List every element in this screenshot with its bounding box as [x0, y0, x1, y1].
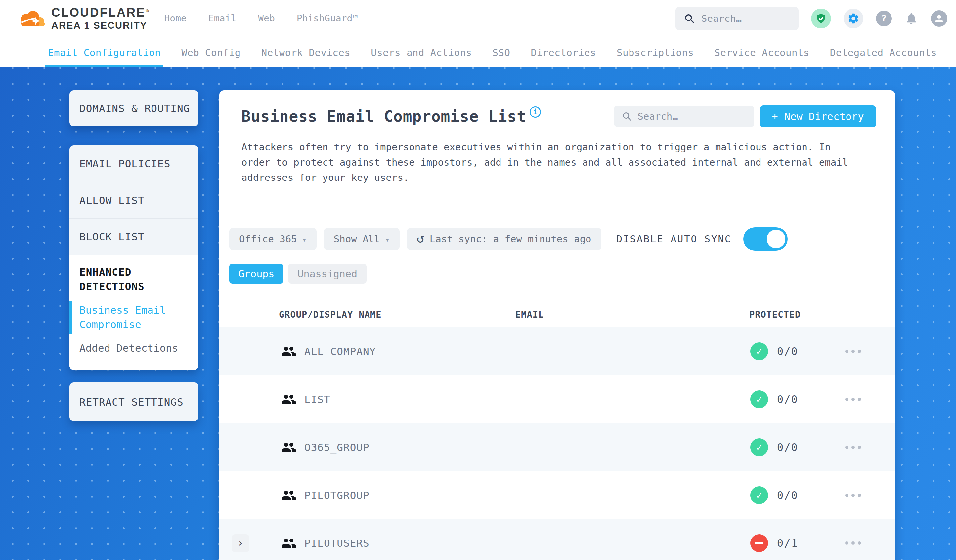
row-actions-button[interactable]	[845, 494, 861, 497]
info-icon[interactable]: i	[530, 107, 541, 118]
sidebar-item-business-email-compromise[interactable]: Business Email Compromise	[79, 303, 189, 332]
tab-email-configuration[interactable]: Email Configuration	[48, 38, 161, 67]
nav-home[interactable]: Home	[164, 13, 186, 24]
show-filter-select[interactable]: Show All ▾	[324, 228, 399, 250]
directory-select-value: Office 365	[239, 234, 297, 245]
top-nav: Home Email Web PhishGuard™	[164, 13, 358, 24]
account-button[interactable]	[931, 10, 947, 27]
logo-text: CLOUDFLARE® AREA 1 SECURITY	[51, 6, 149, 30]
sidebar-item-added-detections[interactable]: Added Detections	[79, 341, 189, 355]
search-placeholder: Search…	[638, 111, 678, 122]
tab-users-and-actions[interactable]: Users and Actions	[371, 38, 472, 67]
chevron-down-icon: ▾	[302, 236, 307, 244]
tab-service-accounts[interactable]: Service Accounts	[714, 38, 810, 67]
sidebar-item-label: BLOCK LIST	[79, 231, 145, 243]
group-name: O365_GROUP	[304, 441, 370, 453]
tab-web-config[interactable]: Web Config	[181, 38, 241, 67]
global-search-input[interactable]: Search…	[676, 7, 799, 30]
sidebar-item-block-list[interactable]: BLOCK LIST	[69, 218, 198, 254]
column-header-email: EMAIL	[516, 309, 544, 320]
notifications-button[interactable]	[904, 12, 918, 25]
help-button[interactable]: ?	[876, 11, 892, 27]
view-tab-unassigned[interactable]: Unassigned	[288, 264, 366, 284]
auto-sync-label: DISABLE AUTO SYNC	[616, 234, 732, 245]
app-header: CLOUDFLARE® AREA 1 SECURITY Home Email W…	[0, 0, 956, 38]
last-sync-text: Last sync: a few minutes ago	[430, 234, 591, 245]
auto-sync-toggle[interactable]	[743, 227, 788, 251]
directory-select[interactable]: Office 365 ▾	[229, 228, 316, 250]
table-row[interactable]: › PILOTGROUP ✓ 0/0	[219, 471, 895, 519]
content-area: DOMAINS & ROUTING EMAIL POLICIES ALLOW L…	[0, 67, 956, 560]
group-name: LIST	[304, 394, 330, 405]
people-icon	[281, 345, 297, 358]
protected-status-badge: ✓	[750, 438, 768, 456]
list-search-input[interactable]: Search…	[614, 106, 754, 127]
table-row[interactable]: › ALL COMPANY ✓ 0/0	[219, 327, 895, 375]
protected-status-badge: ✓	[750, 486, 768, 504]
sidebar-item-label: RETRACT SETTINGS	[79, 396, 184, 408]
enhanced-detections-title[interactable]: ENHANCED DETECTIONS	[79, 265, 189, 294]
protected-count: 0/1	[777, 537, 798, 549]
group-name: ALL COMPANY	[304, 345, 376, 358]
tab-delegated-accounts[interactable]: Delegated Accounts	[830, 38, 937, 67]
tab-sso[interactable]: SSO	[492, 38, 510, 67]
settings-button[interactable]	[844, 9, 863, 28]
nav-phishguard[interactable]: PhishGuard™	[297, 13, 358, 24]
view-tabs: Groups Unassigned	[229, 264, 895, 284]
tab-subscriptions[interactable]: Subscriptions	[616, 38, 694, 67]
chevron-down-icon: ▾	[385, 236, 390, 244]
protected-count: 0/0	[777, 489, 798, 502]
panel-header: Business Email Compromise List i Search……	[219, 90, 895, 127]
sidebar-section-enhanced-detections: ENHANCED DETECTIONS Business Email Compr…	[69, 254, 198, 370]
row-actions-button[interactable]	[845, 350, 861, 353]
cloudflare-logo[interactable]: CLOUDFLARE® AREA 1 SECURITY	[18, 6, 149, 30]
table-body: › ALL COMPANY ✓ 0/0 › LIST ✓ 0/0 › O365_…	[219, 327, 895, 560]
refresh-icon: ↺	[417, 231, 425, 246]
column-header-protected: PROTECTED	[749, 309, 800, 320]
table-row[interactable]: › LIST ✓ 0/0	[219, 375, 895, 423]
security-status-button[interactable]	[811, 9, 831, 28]
table-row[interactable]: › O365_GROUP ✓ 0/0	[219, 423, 895, 471]
new-directory-button[interactable]: + New Directory	[760, 105, 876, 127]
protected-count: 0/0	[777, 441, 798, 453]
tab-directories[interactable]: Directories	[531, 38, 596, 67]
brand-trademark: ®	[146, 8, 150, 13]
gear-icon	[847, 12, 860, 25]
row-expand-button[interactable]: ›	[231, 534, 249, 552]
sidebar-item-domains-routing[interactable]: DOMAINS & ROUTING	[69, 90, 198, 126]
sidebar-item-email-policies[interactable]: EMAIL POLICIES	[69, 146, 198, 182]
protected-status-badge	[750, 534, 768, 552]
row-actions-button[interactable]	[845, 398, 861, 401]
people-icon	[281, 392, 297, 406]
table-header: GROUP/DISPLAY NAME EMAIL PROTECTED	[219, 303, 895, 327]
cloudflare-cloud-icon	[18, 9, 47, 28]
group-name: PILOTGROUP	[304, 489, 370, 501]
row-actions-button[interactable]	[845, 541, 861, 545]
main-panel: Business Email Compromise List i Search……	[219, 90, 895, 560]
toggle-knob	[767, 230, 785, 248]
row-actions-button[interactable]	[845, 445, 861, 449]
brand-subtitle: AREA 1 SECURITY	[51, 20, 149, 30]
protected-status-badge: ✓	[750, 391, 768, 408]
people-icon	[281, 536, 297, 550]
search-placeholder: Search…	[701, 13, 742, 24]
table-row[interactable]: › PILOTUSERS 0/1	[219, 519, 895, 560]
view-tab-groups[interactable]: Groups	[229, 264, 283, 284]
search-icon	[684, 13, 695, 24]
protected-status-badge: ✓	[750, 342, 768, 360]
column-header-group-display-name: GROUP/DISPLAY NAME	[279, 309, 382, 320]
divider	[229, 204, 876, 204]
sidebar-item-label: DOMAINS & ROUTING	[79, 102, 190, 115]
section-tabbar: Email Configuration Web Config Network D…	[0, 38, 956, 67]
nav-email[interactable]: Email	[208, 13, 236, 24]
show-filter-value: Show All	[334, 234, 380, 245]
sidebar-item-label: ALLOW LIST	[79, 195, 145, 206]
sidebar-item-allow-list[interactable]: ALLOW LIST	[69, 182, 198, 218]
last-sync-status[interactable]: ↺ Last sync: a few minutes ago	[407, 228, 601, 250]
nav-web[interactable]: Web	[258, 13, 275, 24]
group-name: PILOTUSERS	[304, 537, 370, 549]
tab-network-devices[interactable]: Network Devices	[261, 38, 350, 67]
brand-name: CLOUDFLARE®	[51, 6, 149, 19]
sidebar-item-retract-settings[interactable]: RETRACT SETTINGS	[69, 383, 198, 421]
search-icon	[622, 111, 632, 121]
